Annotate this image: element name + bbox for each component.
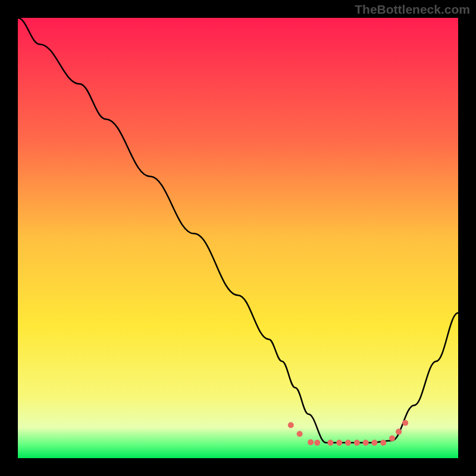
marker-point [380, 440, 386, 446]
marker-point [297, 431, 303, 437]
marker-point [354, 440, 360, 446]
marker-point [363, 440, 369, 446]
marker-point [314, 440, 320, 446]
marker-point [389, 436, 395, 441]
marker-point [396, 429, 402, 435]
chart-container: TheBottleneck.com [0, 0, 476, 476]
marker-point [308, 439, 314, 445]
gradient-background [18, 18, 458, 458]
chart-svg [18, 18, 458, 458]
marker-point [402, 420, 408, 426]
marker-point [345, 440, 351, 446]
marker-point [327, 440, 333, 446]
marker-point [336, 440, 342, 446]
plot-area [18, 18, 458, 458]
marker-point [371, 440, 377, 446]
watermark-text: TheBottleneck.com [355, 2, 470, 17]
marker-point [288, 422, 294, 428]
